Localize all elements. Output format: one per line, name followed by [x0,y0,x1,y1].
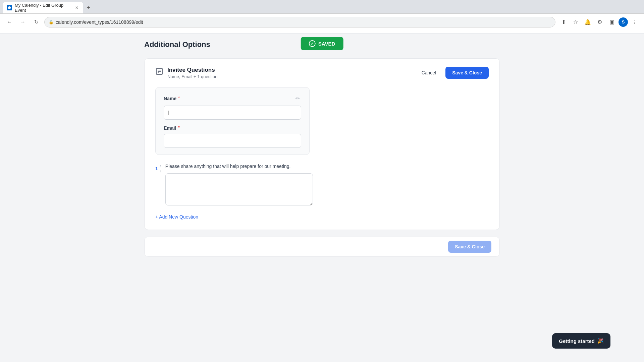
sidebar-button[interactable]: ▣ [606,17,617,27]
card-header-left: Invitee Questions Name, Email + 1 questi… [155,67,217,79]
tab-bar: My Calendly - Edit Group Event ✕ + [0,0,644,13]
questions-container: Name * ✏ | Email * [155,87,489,222]
profile-button[interactable]: S [619,17,628,27]
custom-question-text: Please share anything that will help pre… [165,163,489,170]
tab-favicon [7,5,12,10]
url-text: calendly.com/event_types/161108899/edit [56,19,143,25]
card-subtitle: Name, Email + 1 question [167,74,217,79]
lock-icon: 🔒 [49,20,54,24]
forward-button[interactable]: → [17,17,28,27]
bottom-save-close-button[interactable]: Save & Close [448,241,491,253]
email-label-row: Email * [164,125,301,131]
extensions-button[interactable]: ⚙ [594,17,605,27]
question-number: 1 ↑ ↓ [155,163,161,173]
invitee-questions-card: Invitee Questions Name, Email + 1 questi… [144,58,500,230]
top-strip [0,30,644,34]
bottom-card: Save & Close [144,237,500,257]
add-question-button[interactable]: + Add New Question [155,212,198,222]
section-header: Additional Options ✓ SAVED [144,40,500,49]
nav-bar: ← → ↻ 🔒 calendly.com/event_types/1611088… [0,13,644,30]
question-num-text: 1 [155,166,158,171]
custom-question-row: 1 ↑ ↓ Please share anything that will he… [155,163,489,207]
address-bar[interactable]: 🔒 calendly.com/event_types/161108899/edi… [44,17,555,27]
name-label: Name * [164,96,180,102]
menu-button[interactable]: ⋮ [629,17,640,27]
getting-started-emoji: 🎉 [597,338,604,344]
name-input[interactable]: | [164,106,301,120]
name-field: Name * ✏ | [164,94,301,120]
form-icon [155,67,163,75]
getting-started-text: Getting started [559,338,595,344]
check-icon: ✓ [309,40,316,47]
bookmark-button[interactable]: ☆ [570,17,581,27]
email-required-star: * [178,125,180,131]
new-tab-button[interactable]: + [84,3,93,12]
card-header: Invitee Questions Name, Email + 1 questi… [155,67,489,79]
card-actions: Cancel Save & Close [416,67,489,79]
tab-title: My Calendly - Edit Group Event [15,3,71,13]
sort-icon[interactable]: ↑ ↓ [159,164,161,173]
name-required-star: * [178,96,180,101]
getting-started-badge[interactable]: Getting started 🎉 [552,333,610,349]
card-title: Invitee Questions [167,67,217,73]
svg-point-0 [8,6,11,9]
browser-chrome: My Calendly - Edit Group Event ✕ + ← → ↻… [0,0,644,30]
active-tab[interactable]: My Calendly - Edit Group Event ✕ [3,2,83,13]
name-label-text: Name [164,96,176,101]
saved-badge: ✓ SAVED [301,37,343,50]
name-email-box: Name * ✏ | Email * [155,87,310,155]
page-content: Additional Options ✓ SAVED [0,30,644,362]
main-container: Additional Options ✓ SAVED [138,40,506,257]
custom-question-textarea[interactable] [165,173,313,205]
cursor-indicator: | [168,110,169,115]
email-field: Email * [164,125,301,148]
reload-button[interactable]: ↻ [31,17,42,27]
tab-close-button[interactable]: ✕ [74,5,79,10]
saved-text: SAVED [318,41,335,47]
card-title-block: Invitee Questions Name, Email + 1 questi… [167,67,217,79]
email-label-text: Email [164,125,176,131]
name-edit-button[interactable]: ✏ [294,94,301,103]
custom-question-content: Please share anything that will help pre… [165,163,489,207]
share-button[interactable]: ⬆ [558,17,569,27]
back-button[interactable]: ← [4,17,15,27]
notifications-button[interactable]: 🔔 [582,17,593,27]
name-field-header: Name * ✏ [164,94,301,103]
email-input[interactable] [164,134,301,148]
cancel-button[interactable]: Cancel [416,67,442,78]
nav-actions: ⬆ ☆ 🔔 ⚙ ▣ S ⋮ [558,17,640,27]
save-close-button[interactable]: Save & Close [445,67,489,79]
